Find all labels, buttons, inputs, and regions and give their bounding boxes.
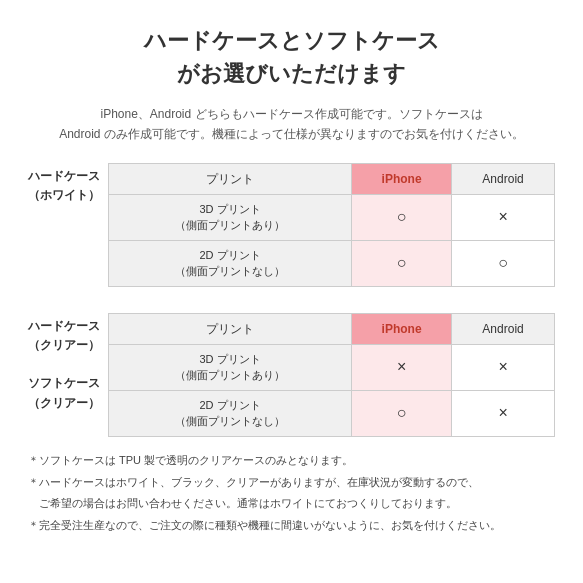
- note-2b: ご希望の場合はお問い合わせください。通常はホワイトにておつくりしております。: [28, 494, 555, 514]
- label-line1: ハードケース: [28, 169, 100, 183]
- row4-android: ×: [452, 390, 555, 436]
- row2-iphone: ○: [352, 240, 452, 286]
- col-header-android2: Android: [452, 313, 555, 344]
- row3-label: 3D プリント（側面プリントあり）: [109, 344, 352, 390]
- col-header-iphone2: iPhone: [352, 313, 452, 344]
- label-hard-clear-line2: （クリアー）: [28, 338, 100, 352]
- subtitle-text: iPhone、Android どちらもハードケース作成可能です。ソフトケースは …: [28, 104, 555, 145]
- label-line2: （ホワイト）: [28, 188, 100, 202]
- section-hard-white: ハードケース （ホワイト） プリント iPhone Android 3D プリン…: [28, 163, 555, 287]
- col-header-print2: プリント: [109, 313, 352, 344]
- note-1: ＊ソフトケースは TPU 製で透明のクリアケースのみとなります。: [28, 451, 555, 471]
- col-header-print: プリント: [109, 163, 352, 194]
- row4-iphone: ○: [352, 390, 452, 436]
- notes-section: ＊ソフトケースは TPU 製で透明のクリアケースのみとなります。 ＊ハードケース…: [28, 451, 555, 536]
- note-3: ＊完全受注生産なので、ご注文の際に種類や機種に間違いがないように、お気を付けくだ…: [28, 516, 555, 536]
- label-soft-clear-line1: ソフトケース: [28, 376, 100, 390]
- note-2: ＊ハードケースはホワイト、ブラック、クリアーがありますが、在庫状況が変動するので…: [28, 473, 555, 493]
- title-line2: がお選びいただけます: [177, 61, 406, 86]
- row3-android: ×: [452, 344, 555, 390]
- main-container: ハードケースとソフトケース がお選びいただけます iPhone、Android …: [0, 0, 583, 558]
- table-row: 2D プリント（側面プリントなし） ○ ×: [109, 390, 555, 436]
- row4-label: 2D プリント（側面プリントなし）: [109, 390, 352, 436]
- row1-label: 3D プリント（側面プリントあり）: [109, 194, 352, 240]
- section-hard-clear: ハードケース （クリアー） ソフトケース （クリアー） プリント iPhone …: [28, 313, 555, 437]
- col-header-android: Android: [452, 163, 555, 194]
- label-soft-clear-line2: （クリアー）: [28, 396, 100, 410]
- label-hard-clear-line1: ハードケース: [28, 319, 100, 333]
- section-label-hard-clear: ハードケース （クリアー） ソフトケース （クリアー）: [28, 313, 108, 413]
- table-row: 2D プリント（側面プリントなし） ○ ○: [109, 240, 555, 286]
- gap: [28, 299, 555, 313]
- row1-iphone: ○: [352, 194, 452, 240]
- table-row: 3D プリント（側面プリントあり） ○ ×: [109, 194, 555, 240]
- page-title: ハードケースとソフトケース がお選びいただけます: [28, 24, 555, 90]
- section-label-hard-white: ハードケース （ホワイト）: [28, 163, 108, 205]
- table-row: 3D プリント（側面プリントあり） × ×: [109, 344, 555, 390]
- row3-iphone: ×: [352, 344, 452, 390]
- table-hard-clear: プリント iPhone Android 3D プリント（側面プリントあり） × …: [108, 313, 555, 437]
- row2-android: ○: [452, 240, 555, 286]
- table-hard-white: プリント iPhone Android 3D プリント（側面プリントあり） ○ …: [108, 163, 555, 287]
- row1-android: ×: [452, 194, 555, 240]
- title-line1: ハードケースとソフトケース: [144, 28, 440, 53]
- row2-label: 2D プリント（側面プリントなし）: [109, 240, 352, 286]
- col-header-iphone: iPhone: [352, 163, 452, 194]
